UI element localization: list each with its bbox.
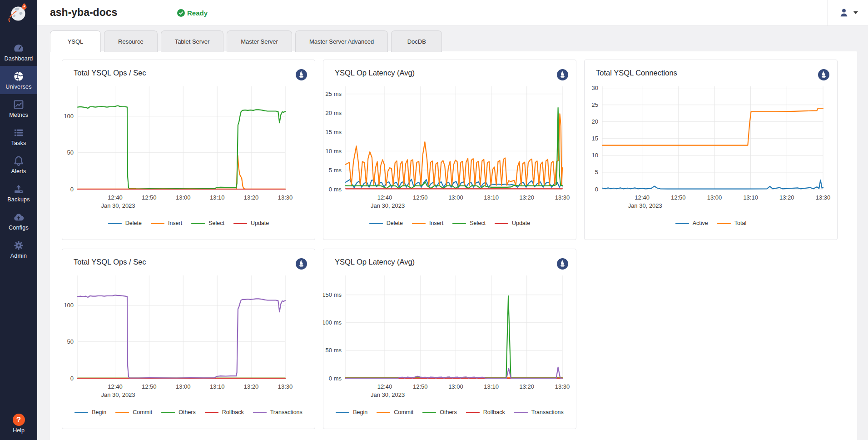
dashboard-icon [13, 42, 25, 54]
y-tick-label: 100 [64, 113, 74, 120]
x-tick-label: 12:50 [671, 194, 686, 201]
legend-label: Transactions [270, 409, 303, 415]
legend-item-total[interactable]: Total [717, 220, 746, 226]
legend-label: Begin [92, 409, 106, 415]
y-tick-label: 50 [67, 149, 74, 156]
legend-item-active[interactable]: Active [675, 220, 708, 226]
sidebar-item-backups[interactable]: Backups [0, 179, 37, 207]
sidebar-item-help[interactable]: ? Help [0, 414, 37, 434]
x-tick-label: 13:30 [816, 194, 831, 201]
legend-item-delete[interactable]: Delete [369, 220, 403, 226]
legend-item-select[interactable]: Select [452, 220, 486, 226]
y-tick-label: 25 [592, 101, 598, 108]
legend-item-begin[interactable]: Begin [336, 409, 367, 415]
user-menu[interactable] [827, 0, 868, 25]
sidebar-item-label: Metrics [0, 112, 37, 118]
legend-label: Total [734, 220, 746, 226]
legend-swatch [422, 412, 436, 413]
check-circle-icon [177, 9, 185, 17]
sidebar-nav: DashboardUniversesMetricsTasksAlertsBack… [0, 38, 37, 263]
tab-master-server-advanced[interactable]: Master Server Advanced [295, 30, 388, 52]
sidebar-item-dashboard[interactable]: Dashboard [0, 38, 37, 66]
sidebar: DashboardUniversesMetricsTasksAlertsBack… [0, 0, 37, 440]
legend-item-transactions[interactable]: Transactions [253, 409, 303, 415]
series-line-insert [78, 155, 285, 189]
sidebar-item-label: Backups [0, 196, 37, 203]
y-tick-label: 0 ms [329, 375, 342, 382]
sidebar-item-admin[interactable]: Admin [0, 235, 37, 263]
sidebar-item-label: Universes [0, 84, 37, 90]
prometheus-icon[interactable] [295, 69, 308, 81]
legend-swatch [377, 412, 390, 413]
configs-icon [13, 211, 25, 223]
legend-label: Others [179, 409, 196, 415]
chart-card-header: YSQL Op Latency (Avg) [323, 60, 576, 81]
legend-item-update[interactable]: Update [233, 220, 269, 226]
chevron-down-icon [853, 11, 858, 14]
sidebar-item-label: Admin [0, 253, 37, 259]
x-tick-label: 13:10 [210, 383, 225, 390]
sidebar-item-metrics[interactable]: Metrics [0, 94, 37, 122]
x-tick-label: 13:00 [448, 383, 463, 390]
legend-swatch [466, 412, 480, 413]
prometheus-icon[interactable] [556, 258, 569, 270]
x-tick-label: 13:20 [244, 194, 259, 201]
tab-tablet-server[interactable]: Tablet Server [161, 30, 224, 52]
chart-title: Total YSQL Connections [596, 69, 677, 77]
legend-label: Commit [394, 409, 413, 415]
legend-label: Transactions [531, 409, 564, 415]
sidebar-item-label: Tasks [0, 140, 37, 146]
legend-item-insert[interactable]: Insert [412, 220, 443, 226]
legend-item-select[interactable]: Select [191, 220, 224, 226]
tab-master-server[interactable]: Master Server [227, 30, 292, 52]
header: ash-yba-docs Ready [37, 0, 868, 26]
tab-ysql[interactable]: YSQL [50, 30, 101, 52]
chart-title: Total YSQL Ops / Sec [74, 69, 146, 77]
sidebar-item-label: Dashboard [0, 55, 37, 62]
sidebar-item-configs[interactable]: Configs [0, 207, 37, 235]
x-axis-date-label: Jan 30, 2023 [628, 202, 662, 209]
legend-item-transactions[interactable]: Transactions [514, 409, 564, 415]
legend-swatch [495, 223, 508, 224]
x-tick-label: 13:30 [555, 194, 570, 201]
legend-item-begin[interactable]: Begin [74, 409, 106, 415]
legend-item-commit[interactable]: Commit [115, 409, 152, 415]
yugabyte-logo-icon[interactable] [0, 0, 37, 26]
legend-label: Rollback [483, 409, 505, 415]
help-icon: ? [13, 414, 25, 426]
y-tick-label: 25 ms [326, 90, 342, 97]
legend-item-insert[interactable]: Insert [151, 220, 182, 226]
legend-item-rollback[interactable]: Rollback [466, 409, 505, 415]
legend-swatch [412, 223, 426, 224]
prometheus-icon[interactable] [295, 258, 308, 270]
legend-item-update[interactable]: Update [495, 220, 530, 226]
universe-title: ash-yba-docs [50, 6, 117, 19]
legend-item-commit[interactable]: Commit [377, 409, 413, 415]
legend-label: Select [208, 220, 224, 226]
x-axis-date-label: Jan 30, 2023 [101, 202, 135, 209]
chart-legend: ActiveTotal [585, 220, 837, 226]
sidebar-item-label: Configs [0, 225, 37, 231]
y-tick-label: 5 ms [329, 167, 342, 174]
legend-swatch [336, 412, 349, 413]
chart-legend: BeginCommitOthersRollbackTransactions [323, 409, 576, 415]
x-tick-label: 12:50 [142, 383, 157, 390]
prometheus-icon[interactable] [556, 69, 569, 81]
series-line-total [602, 108, 823, 145]
legend-swatch [514, 412, 528, 413]
legend-item-rollback[interactable]: Rollback [205, 409, 244, 415]
legend-swatch [161, 412, 175, 413]
legend-item-others[interactable]: Others [422, 409, 457, 415]
sidebar-item-label: Alerts [0, 168, 37, 175]
x-tick-label: 13:10 [484, 383, 499, 390]
prometheus-icon[interactable] [818, 69, 830, 81]
tab-resource[interactable]: Resource [104, 30, 158, 52]
sidebar-item-alerts[interactable]: Alerts [0, 150, 37, 179]
legend-item-others[interactable]: Others [161, 409, 196, 415]
x-tick-label: 13:00 [448, 194, 463, 201]
sidebar-item-tasks[interactable]: Tasks [0, 122, 37, 150]
sidebar-item-universes[interactable]: Universes [0, 66, 37, 94]
tab-docdb[interactable]: DocDB [391, 30, 442, 52]
legend-item-delete[interactable]: Delete [108, 220, 142, 226]
backups-icon [13, 183, 25, 195]
